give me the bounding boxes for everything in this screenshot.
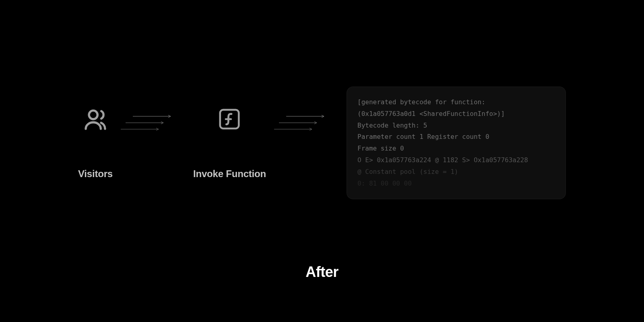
step-label-invoke: Invoke Function (193, 168, 266, 180)
code-line: Parameter count 1 Register count 0 (357, 131, 555, 143)
code-line: Frame size 0 (357, 143, 555, 155)
code-line: 0: 81 00 00 00 (357, 178, 555, 190)
flow-arrows-1 (133, 115, 173, 131)
code-line: Bytecode length: 5 (357, 120, 555, 132)
code-line: (0x1a057763a0d1 <SharedFunctionInfo>)] (357, 108, 555, 120)
step-visitors: Visitors (78, 106, 113, 180)
code-line: O E> 0x1a057763a224 @ 1182 S> Ox1a057763… (357, 155, 555, 166)
diagram-caption: After (0, 264, 644, 281)
flow-arrows-2 (286, 115, 326, 131)
step-label-visitors: Visitors (78, 168, 113, 180)
bytecode-output-card: [generated bytecode for function: (0x1a0… (347, 87, 566, 199)
step-invoke-function: Invoke Function (193, 106, 266, 180)
svg-point-0 (89, 111, 97, 119)
visitors-icon (83, 106, 108, 132)
diagram-canvas: Visitors Invoke Function (0, 0, 644, 322)
flow-row: Visitors Invoke Function (0, 87, 644, 199)
code-line: @ Constant pool (size = 1) (357, 166, 555, 178)
function-icon (217, 106, 242, 132)
code-line: [generated bytecode for function: (357, 97, 555, 108)
